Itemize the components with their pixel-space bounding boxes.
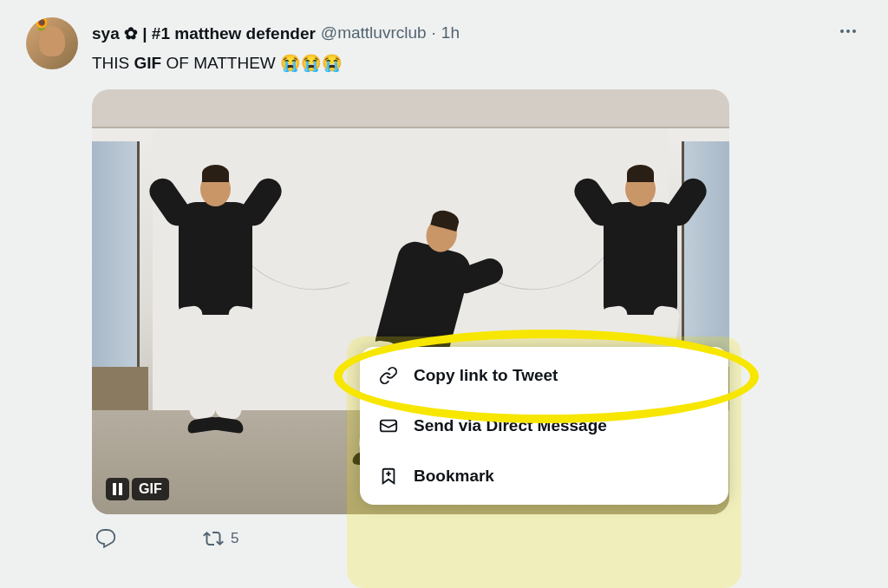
tweet-actions: 5	[92, 528, 862, 549]
more-button[interactable]	[834, 17, 862, 49]
display-name[interactable]: sya ✿ | #1 matthew defender	[92, 23, 316, 43]
bookmark-item[interactable]: Bookmark	[360, 451, 728, 501]
link-icon	[379, 366, 398, 385]
bookmark-icon	[379, 467, 398, 486]
svg-point-2	[852, 29, 856, 33]
retweet-button[interactable]: 5	[203, 528, 238, 549]
tweet-text: THIS GIF OF MATTHEW 😭😭😭	[92, 52, 862, 75]
copy-link-item[interactable]: Copy link to Tweet	[360, 350, 728, 401]
timestamp[interactable]: 1h	[441, 23, 460, 42]
dancer-figure	[387, 245, 460, 358]
svg-rect-3	[381, 421, 396, 432]
avatar[interactable]	[26, 17, 78, 69]
retweet-count: 5	[231, 530, 238, 547]
send-dm-item[interactable]: Send via Direct Message	[360, 401, 728, 451]
more-icon	[838, 21, 859, 42]
svg-point-1	[846, 29, 850, 33]
send-dm-label: Send via Direct Message	[414, 416, 607, 435]
username[interactable]: @mattluvrclub	[321, 23, 427, 42]
bookmark-label: Bookmark	[414, 467, 494, 486]
dancer-figure	[179, 202, 252, 315]
reply-icon	[95, 528, 116, 549]
tweet-text-bold: GIF	[134, 54, 162, 72]
gif-badge: GIF	[132, 478, 169, 500]
copy-link-label: Copy link to Tweet	[414, 366, 558, 385]
pause-button[interactable]	[106, 478, 129, 500]
dancer-figure	[604, 202, 677, 315]
gif-controls: GIF	[106, 478, 169, 500]
retweet-icon	[203, 528, 224, 549]
tweet-text-prefix: THIS	[92, 54, 134, 72]
reply-button[interactable]	[95, 528, 116, 549]
tweet-header: sya ✿ | #1 matthew defender @mattluvrclu…	[92, 17, 862, 49]
envelope-icon	[379, 416, 398, 435]
share-menu: Copy link to Tweet Send via Direct Messa…	[360, 347, 728, 505]
pause-icon	[113, 483, 122, 495]
svg-point-0	[840, 29, 844, 33]
time-separator: ·	[432, 23, 436, 42]
tweet-text-suffix: OF MATTHEW 😭😭😭	[161, 54, 343, 72]
